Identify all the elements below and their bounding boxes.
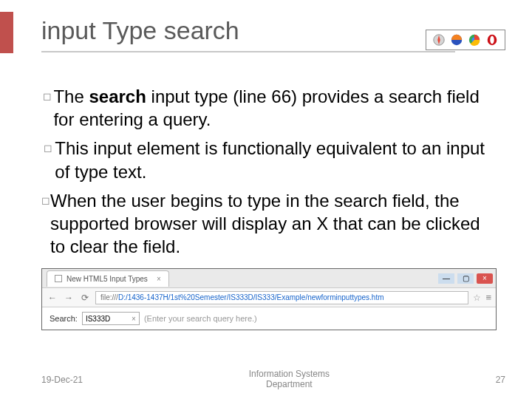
search-input-value: IS333D — [86, 315, 110, 323]
list-item: ◻ When the user begins to type in the se… — [41, 189, 494, 259]
bullet-icon: ◻ — [41, 137, 55, 159]
footer-page-number: 27 — [496, 375, 505, 385]
list-item: ◻ This input element is functionally equ… — [41, 137, 494, 183]
url-path: D:/1436-1437H/1st%20Semester/IS333D/IS33… — [118, 293, 384, 301]
safari-icon — [432, 33, 446, 47]
bullet-text: When the user begins to type in the sear… — [50, 189, 494, 259]
browser-support-badge — [426, 30, 505, 50]
address-bar-row: ← → ⟳ file:/// D:/1436-1437H/1st%20Semes… — [42, 288, 496, 307]
address-bar[interactable]: file:/// D:/1436-1437H/1st%20Semester/IS… — [95, 291, 468, 304]
browser-screenshot: New HTML5 Input Types × — ▢ × ← → ⟳ file… — [41, 268, 497, 330]
bookmark-icon[interactable]: ☆ — [473, 293, 481, 303]
bullet-list: ◻ The search input type (line 66) provid… — [41, 85, 511, 258]
svg-point-6 — [490, 36, 494, 44]
clear-search-icon[interactable]: × — [132, 315, 136, 323]
footer-dept-line2: Department — [266, 379, 313, 389]
search-input[interactable]: IS333D × — [82, 312, 140, 325]
search-label: Search: — [50, 314, 78, 323]
tab-close-icon[interactable]: × — [157, 275, 161, 283]
title-underline — [41, 51, 455, 52]
bullet-text: This input element is functionally equiv… — [55, 137, 494, 183]
footer-dept-line1: Information Systems — [249, 369, 330, 379]
chrome-icon — [468, 33, 481, 47]
slide-footer: 19-Dec-21 Information Systems Department… — [41, 369, 505, 390]
bullet-text: The search input type (line 66) provides… — [53, 85, 494, 131]
opera-icon — [485, 33, 499, 47]
tab-label: New HTML5 Input Types — [66, 275, 148, 283]
page-icon — [55, 275, 62, 282]
footer-date: 19-Dec-21 — [41, 375, 83, 385]
browser-tab[interactable]: New HTML5 Input Types × — [47, 270, 169, 287]
url-scheme: file:/// — [100, 293, 118, 301]
bullet-icon: ◻ — [41, 189, 50, 211]
window-minimize-button[interactable]: — — [438, 273, 454, 284]
reload-button[interactable]: ⟳ — [79, 293, 91, 303]
window-controls: — ▢ × — [438, 273, 496, 284]
placeholder-hint: (Enter your search query here.) — [144, 314, 257, 323]
list-item: ◻ The search input type (line 66) provid… — [41, 85, 494, 131]
footer-department: Information Systems Department — [83, 369, 496, 390]
firefox-icon — [450, 33, 463, 47]
titlebar: New HTML5 Input Types × — ▢ × — [42, 269, 496, 288]
back-button[interactable]: ← — [47, 293, 58, 303]
page-content: Search: IS333D × (Enter your search quer… — [42, 307, 496, 330]
window-maximize-button[interactable]: ▢ — [457, 273, 474, 284]
accent-bar — [0, 12, 13, 53]
window-close-button[interactable]: × — [477, 273, 493, 284]
forward-button[interactable]: → — [63, 293, 75, 303]
bullet-icon: ◻ — [41, 85, 53, 107]
hamburger-menu-icon[interactable]: ≡ — [485, 292, 491, 303]
